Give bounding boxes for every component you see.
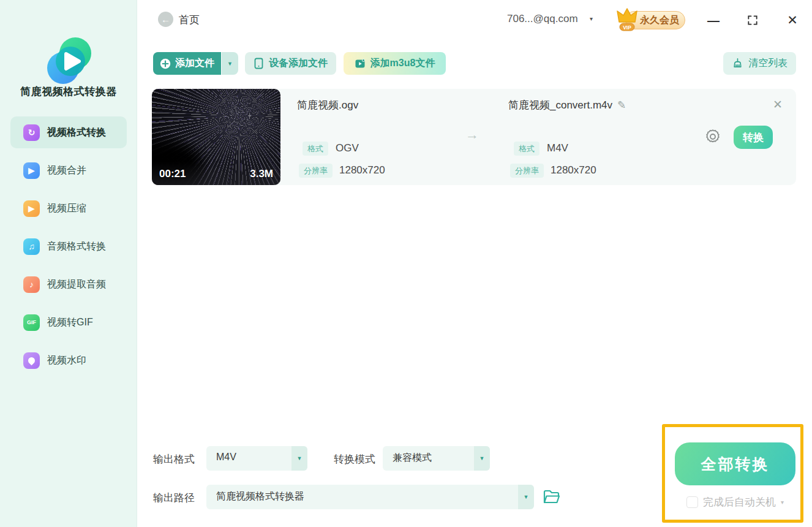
sidebar-item-video-to-gif[interactable]: GIF 视频转GIF — [10, 306, 127, 338]
edit-filename-icon[interactable]: ✎ — [617, 99, 626, 112]
settings-gear-icon[interactable] — [704, 128, 721, 145]
target-format-value: M4V — [547, 142, 568, 154]
video-file-icon — [355, 58, 366, 69]
add-file-button[interactable]: 添加文件 — [153, 52, 221, 75]
target-filename: 简鹿视频_convert.m4v✎ — [508, 98, 626, 112]
output-format-label: 输出格式 — [153, 452, 195, 466]
source-format-value: OGV — [336, 142, 359, 154]
close-icon: ✕ — [787, 13, 798, 28]
app-title: 简鹿视频格式转换器 — [0, 85, 137, 99]
output-path-value: 简鹿视频格式转换器 — [216, 490, 304, 503]
sidebar-item-label: 音频格式转换 — [47, 240, 106, 253]
account-caret-icon[interactable]: ▾ — [590, 15, 593, 22]
page-title: 首页 — [179, 13, 200, 27]
plus-circle-icon — [160, 58, 171, 69]
video-merge-icon: ▶ — [23, 162, 40, 179]
droplet-icon — [27, 355, 37, 365]
target-resolution-value: 1280x720 — [551, 164, 596, 176]
sidebar-item-label: 视频转GIF — [47, 316, 93, 329]
sidebar-item-video-compress[interactable]: ▶ 视频压缩 — [10, 192, 127, 224]
caret-down-icon: ▼ — [518, 485, 534, 509]
watermark-icon — [23, 352, 40, 369]
output-path-select[interactable]: 简鹿视频格式转换器 ▼ — [206, 485, 534, 509]
file-list-item: 00:21 3.3M 简鹿视频.ogv 格式 OGV 分辨率 1280x720 … — [152, 89, 796, 185]
vip-badge[interactable]: 永久会员 VIP — [614, 7, 685, 32]
convert-mode-label: 转换模式 — [334, 452, 375, 466]
sidebar-item-label: 视频提取音频 — [47, 278, 106, 291]
video-compress-icon: ▶ — [23, 200, 40, 217]
open-folder-icon[interactable] — [543, 488, 561, 506]
minimize-icon: — — [707, 13, 720, 28]
sidebar-item-label: 视频合并 — [47, 164, 86, 177]
clear-list-button[interactable]: 清空列表 — [723, 52, 796, 75]
video-duration: 00:21 — [159, 168, 186, 180]
caret-down-icon: ▼ — [227, 61, 233, 67]
sidebar-item-video-merge[interactable]: ▶ 视频合并 — [10, 154, 127, 186]
broom-icon — [732, 58, 743, 69]
video-convert-icon: ↻ — [23, 124, 40, 141]
add-m3u8-button[interactable]: 添加m3u8文件 — [344, 52, 446, 75]
audio-extract-icon: ♪ — [23, 276, 40, 293]
vip-small-text: VIP — [623, 25, 631, 31]
video-thumbnail[interactable]: 00:21 3.3M — [152, 89, 280, 185]
resolution-badge: 分辨率 — [299, 164, 333, 178]
sidebar-menu: ↻ 视频格式转换 ▶ 视频合并 ▶ 视频压缩 ♫ 音频格式转换 ♪ 视频提取音频… — [0, 116, 137, 382]
format-badge: 格式 — [514, 142, 539, 156]
sidebar-item-label: 视频水印 — [47, 354, 86, 367]
gif-icon: GIF — [23, 314, 40, 331]
device-add-file-label: 设备添加文件 — [269, 57, 328, 70]
convert-button[interactable]: 转换 — [734, 126, 773, 149]
convert-all-button[interactable]: 全部转换 — [675, 442, 795, 485]
close-window-button[interactable]: ✕ — [784, 13, 800, 27]
add-file-label: 添加文件 — [175, 57, 214, 70]
caret-down-icon: ▼ — [474, 446, 490, 471]
video-filesize: 3.3M — [250, 168, 273, 180]
sidebar-item-audio-extract[interactable]: ♪ 视频提取音频 — [10, 268, 127, 300]
shutdown-caret-icon[interactable]: ▾ — [781, 499, 784, 506]
sidebar-item-label: 视频格式转换 — [47, 126, 106, 139]
shutdown-label: 完成后自动关机 — [703, 495, 776, 509]
output-path-label: 输出路径 — [153, 491, 195, 505]
sidebar-item-watermark[interactable]: 视频水印 — [10, 344, 127, 376]
back-icon: ← — [161, 14, 170, 25]
crown-icon: VIP — [614, 5, 640, 32]
resolution-badge: 分辨率 — [510, 164, 544, 178]
sidebar-item-audio-convert[interactable]: ♫ 音频格式转换 — [10, 230, 127, 262]
source-filename: 简鹿视频.ogv — [297, 98, 358, 112]
sidebar-item-label: 视频压缩 — [47, 202, 86, 215]
sidebar: 简鹿视频格式转换器 ↻ 视频格式转换 ▶ 视频合并 ▶ 视频压缩 ♫ 音频格式转… — [0, 0, 137, 527]
shutdown-option: 完成后自动关机 ▾ — [675, 495, 795, 509]
add-file-dropdown-caret[interactable]: ▼ — [222, 52, 238, 75]
maximize-icon — [746, 14, 759, 26]
device-add-file-button[interactable]: 设备添加文件 — [245, 52, 336, 75]
output-format-select[interactable]: M4V ▼ — [206, 446, 307, 471]
clear-list-label: 清空列表 — [748, 57, 788, 70]
remove-file-icon[interactable]: ✕ — [773, 97, 783, 112]
audio-convert-icon: ♫ — [23, 238, 40, 255]
caret-down-icon: ▼ — [291, 446, 307, 471]
app-window: 简鹿视频格式转换器 ↻ 视频格式转换 ▶ 视频合并 ▶ 视频压缩 ♫ 音频格式转… — [0, 0, 812, 527]
vip-label: 永久会员 — [640, 14, 679, 27]
arrow-right-icon: → — [465, 127, 479, 143]
back-button[interactable]: ← — [158, 12, 173, 27]
add-m3u8-label: 添加m3u8文件 — [370, 57, 435, 70]
format-badge: 格式 — [303, 142, 328, 156]
sidebar-item-video-convert[interactable]: ↻ 视频格式转换 — [10, 116, 127, 148]
shutdown-checkbox[interactable] — [686, 496, 698, 508]
app-logo-icon — [41, 34, 96, 89]
output-format-value: M4V — [216, 452, 236, 463]
convert-mode-select[interactable]: 兼容模式 ▼ — [383, 446, 490, 471]
source-resolution-value: 1280x720 — [339, 164, 385, 176]
minimize-button[interactable]: — — [705, 13, 721, 27]
phone-icon — [254, 58, 264, 69]
convert-mode-value: 兼容模式 — [393, 452, 432, 464]
maximize-button[interactable] — [745, 13, 761, 27]
account-email[interactable]: 706...@qq.com — [507, 13, 578, 25]
